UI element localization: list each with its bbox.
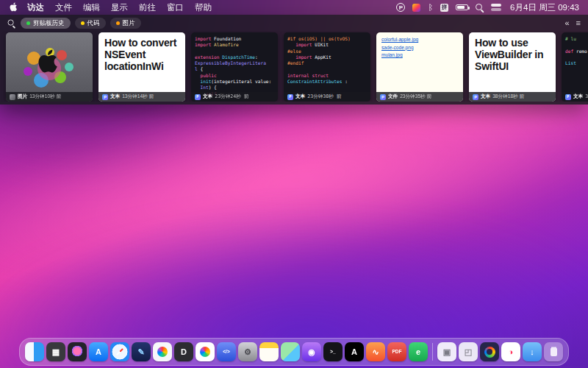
dock-color-picker[interactable]: ◑ <box>501 342 520 361</box>
menu-item-4[interactable]: 显示 <box>111 2 128 13</box>
dock-launchpad[interactable]: ▦ <box>46 342 65 361</box>
chip-label: 剪贴板历史 <box>33 19 65 28</box>
menu-item-6[interactable]: 窗口 <box>167 2 184 13</box>
card-time: 23分钟35秒 前 <box>400 93 431 100</box>
card-body: # lu def remo List <box>562 32 588 102</box>
card-footer: P文本38分钟18秒 前 <box>469 92 556 102</box>
card-type-label: 文本 <box>203 93 212 100</box>
dock-color-picker-glyph: ◑ <box>509 348 514 356</box>
menu-item-2[interactable]: 文件 <box>55 2 72 13</box>
code-token: UIKit <box>312 42 329 47</box>
paste-app-badge-icon: P <box>287 94 293 100</box>
card-time: 38分钟18秒 前 <box>492 93 524 100</box>
onepassword-icon[interactable]: P <box>396 3 405 12</box>
dock-devutils[interactable]: D <box>174 342 193 361</box>
code-token: public <box>200 73 216 78</box>
clipboard-panel: 剪贴板历史代码图片 «≡ 图片13分钟10秒 前How to convert N… <box>0 15 588 105</box>
menu-bar-clock[interactable]: 6月4日 周三 09:43 <box>510 2 579 13</box>
card-type-label: 文本 <box>573 93 583 100</box>
collapse-panel-icon[interactable]: « <box>564 19 569 27</box>
dock-paste-app[interactable]: ▣ <box>437 342 456 361</box>
dock-color-wheel-app[interactable] <box>196 342 215 361</box>
dock-font-app-glyph: A <box>351 348 357 356</box>
battery-icon[interactable] <box>456 4 468 10</box>
dock-notes[interactable] <box>259 342 279 361</box>
dock-downloads-folder[interactable]: ↓ <box>523 342 542 361</box>
dock-pdf-expert[interactable]: PDF <box>387 342 406 361</box>
dock-photos[interactable] <box>153 342 172 361</box>
code-token: remo <box>573 49 587 54</box>
clipboard-card-4-code[interactable]: #if os(iOS) || os(tvOS) import UIKit#els… <box>284 32 370 102</box>
code-line: List <box>565 60 588 66</box>
clipboard-card-1-image[interactable]: 图片13分钟10秒 前 <box>6 32 93 102</box>
card-time: 23分钟30秒 前 <box>307 93 341 100</box>
code-token: ) { <box>209 85 217 90</box>
file-link[interactable]: mulan.jpg <box>381 52 403 57</box>
menu-bar: 访达文件编辑显示前往窗口帮助 Pᛒ拼 6月4日 周三 09:43 <box>0 0 588 15</box>
list-view-icon[interactable]: ≡ <box>576 19 581 27</box>
control-center-icon[interactable] <box>491 4 501 11</box>
dock-terminal-glyph: >_ <box>330 350 335 355</box>
spotlight-search-icon[interactable] <box>476 4 484 12</box>
dock-paste-app-glyph: ▣ <box>443 348 451 356</box>
dock-code-editor[interactable]: </> <box>217 342 236 361</box>
dock-system-settings[interactable]: ⚙ <box>238 342 257 361</box>
card-time: 23分钟24秒 前 <box>215 93 248 100</box>
dock-podcasts[interactable]: ◉ <box>302 342 321 361</box>
card-title: How to convert NSEvent locationInWi <box>104 38 179 72</box>
dock-swift-playgrounds-glyph: ∿ <box>372 348 379 356</box>
menu-item-1[interactable]: 访达 <box>27 2 44 13</box>
dock-evernote-glyph: e <box>416 348 420 356</box>
apple-menu-icon[interactable] <box>9 2 18 13</box>
clipboard-card-3-code[interactable]: import Foundationimport Alamofire extens… <box>191 32 278 102</box>
code-line: #else <box>287 49 367 54</box>
code-token <box>287 42 295 47</box>
dock-safari[interactable] <box>110 342 129 361</box>
card-title: How to use ViewBuilder in SwiftUI <box>475 38 550 72</box>
card-body: colorful-apple.jpgsade-code.pngmulan.jpg <box>376 32 463 102</box>
card-time: 13分钟14秒 前 <box>122 93 154 100</box>
filter-chip-1[interactable]: 剪贴板历史 <box>21 18 71 29</box>
dock-siri[interactable] <box>68 342 87 361</box>
dock-cleanmymac[interactable] <box>480 342 499 361</box>
dock-terminal[interactable]: >_ <box>323 342 343 361</box>
file-link[interactable]: sade-code.png <box>381 45 414 50</box>
dock-freeform[interactable]: ✎ <box>132 342 151 361</box>
clipboard-card-2-text[interactable]: How to convert NSEvent locationInWiP文本13… <box>98 32 185 102</box>
dock-windows-app[interactable]: ◰ <box>459 342 478 361</box>
bluetooth-icon[interactable]: ᛒ <box>428 4 433 12</box>
clipboard-card-5-files[interactable]: colorful-apple.jpgsade-code.pngmulan.jpg… <box>376 32 463 102</box>
code-token: #else <box>287 49 301 54</box>
code-block: # lu def remo List <box>565 36 588 66</box>
panel-search-icon[interactable] <box>8 20 15 27</box>
code-token: AppKit <box>312 54 331 60</box>
input-source-icon[interactable]: 拼 <box>440 4 448 12</box>
dock-maps[interactable] <box>281 342 300 361</box>
card-type-label: 文本 <box>295 93 305 100</box>
dock-font-app[interactable]: A <box>345 342 364 361</box>
dock-evernote[interactable]: e <box>409 342 428 361</box>
paste-menubar-icon[interactable] <box>412 4 420 12</box>
menu-item-5[interactable]: 前往 <box>139 2 156 13</box>
code-token: ExpressibleByIntegerLitera <box>195 60 266 66</box>
dock-app-store[interactable]: A <box>89 342 108 361</box>
paste-app-badge-icon: P <box>565 94 571 100</box>
dock-trash[interactable] <box>544 342 563 361</box>
code-token: internal struct <box>287 73 329 78</box>
dock-separator <box>432 343 433 361</box>
clipboard-card-6-text[interactable]: How to use ViewBuilder in SwiftUIP文本38分钟… <box>469 32 556 102</box>
filter-chip-3[interactable]: 图片 <box>110 18 141 29</box>
dock-container: ▦A✎D</>⚙◉>_A∿PDFe▣◰◑↓ <box>0 338 588 366</box>
dock-swift-playgrounds[interactable]: ∿ <box>366 342 385 361</box>
card-footer: P文本38分钟 <box>562 92 588 102</box>
battery-fill <box>457 6 465 9</box>
menu-status-icons: Pᛒ拼 <box>396 3 501 12</box>
menu-item-7[interactable]: 帮助 <box>195 2 212 13</box>
code-token: init <box>200 79 211 84</box>
code-token: DispatchTime <box>220 54 255 60</box>
file-link[interactable]: colorful-apple.jpg <box>381 37 418 42</box>
clipboard-card-7-code[interactable]: # lu def remo ListP文本38分钟 <box>562 32 588 102</box>
menu-item-3[interactable]: 编辑 <box>83 2 100 13</box>
filter-chip-2[interactable]: 代码 <box>75 18 106 29</box>
dock-finder[interactable] <box>25 342 44 361</box>
